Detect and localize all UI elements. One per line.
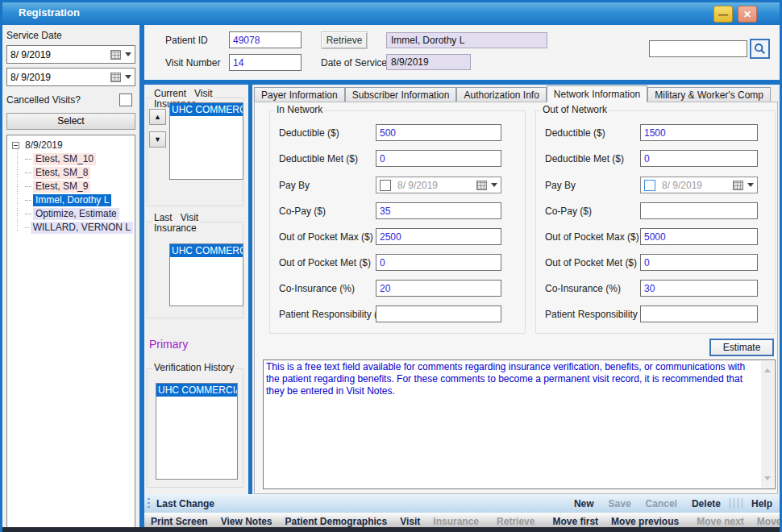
comments-box[interactable]: This is a free text field available for … [263,360,776,489]
visit-number-input[interactable] [229,54,302,71]
tree-item-label[interactable]: WILLARD, VERNON L [31,222,133,234]
in-oop-max-input[interactable] [376,228,501,245]
in-pay-by-checkbox[interactable] [380,180,391,191]
out-deductible-met-label: Deductible Met ($) [545,153,624,164]
comments-scrollbar[interactable] [761,361,774,488]
chevron-down-icon[interactable] [747,183,754,190]
move-last-button: Move last [751,516,782,527]
tree-root-label: 8/9/2019 [23,139,65,152]
out-patient-resp-input[interactable] [640,305,758,322]
patient-demographics-button[interactable]: Patient Demographics [279,516,394,527]
move-first-button[interactable]: Move first [546,516,605,527]
cancel-button: Cancel [638,498,684,509]
search-input[interactable] [649,40,747,57]
search-button[interactable] [750,39,770,59]
select-button[interactable]: Select [6,113,135,130]
cancelled-visits-checkbox[interactable] [119,94,132,106]
view-notes-button[interactable]: View Notes [214,516,279,527]
in-co-pay-input[interactable] [376,202,501,219]
in-oop-met-input[interactable] [376,254,501,271]
tab-strip: Payer Information Subscriber Information… [254,85,780,102]
last-change-label: Last Change [156,498,214,509]
estimate-button[interactable]: Estimate [709,339,774,356]
tree-item-label[interactable]: Optimize, Estimate [33,208,119,220]
calendar-icon [733,181,743,190]
date-of-service-label: Date of Service [321,57,387,69]
in-deductible-met-input[interactable] [376,150,501,167]
patient-id-input[interactable] [229,31,302,48]
tree-item[interactable]: Etest, SM_8 [9,166,133,180]
service-date-from-picker[interactable]: 8/ 9/2019 [6,45,135,64]
tree-item[interactable]: WILLARD, VERNON L [9,221,133,235]
out-pay-by-date: 8/ 9/2019 [662,180,733,191]
verification-history-item[interactable]: UHC COMMERCIAL [156,384,237,397]
grip-handle-icon[interactable] [148,498,150,509]
in-patient-resp-input[interactable] [376,305,501,322]
tab-military-workers-comp[interactable]: Military & Worker's Comp [647,87,771,102]
collapse-icon[interactable] [12,142,19,149]
tree-item-label[interactable]: Immel, Dorothy L [33,194,111,206]
chevron-down-icon[interactable] [125,75,131,82]
delete-button[interactable]: Delete [684,498,728,509]
tree-item[interactable]: Etest, SM_10 [9,152,133,166]
out-of-network-title: Out of Network [541,105,609,115]
service-date-to-value: 8/ 9/2019 [10,72,110,83]
in-pay-by-datepicker[interactable]: 8/ 9/2019 [376,177,501,193]
tree-root-row[interactable]: 8/9/2019 [9,139,133,152]
calendar-icon [476,181,487,190]
retrieve-toolbar-button: Retrieve [490,516,541,527]
visit-number-label: Visit Number [165,57,220,69]
tab-payer-information[interactable]: Payer Information [254,87,345,102]
tree-item-label[interactable]: Etest, SM_10 [33,153,96,165]
move-up-button[interactable]: ▲ [149,109,166,125]
in-co-insurance-input[interactable] [376,280,501,297]
tab-network-information[interactable]: Network Information [547,85,647,102]
in-oop-max-label: Out of Pocket Max ($) [279,231,373,243]
current-insurance-listbox[interactable]: UHC COMMERCIAL [169,102,243,180]
tree-item-selected[interactable]: Immel, Dorothy L [9,193,133,207]
service-date-to-picker[interactable]: 8/ 9/2019 [6,68,135,86]
chevron-down-icon[interactable] [125,52,131,60]
scroll-up-icon[interactable] [764,365,771,372]
move-previous-button[interactable]: Move previous [605,516,685,527]
new-button[interactable]: New [567,498,601,509]
verification-history-listbox[interactable]: UHC COMMERCIAL [156,383,238,480]
visit-button[interactable]: Visit [393,516,426,527]
status-bar: Last Change New Save Cancel Delete Help [144,494,780,513]
out-co-pay-input[interactable] [640,202,758,219]
last-insurance-listbox[interactable]: UHC COMMERCIAL [169,243,243,306]
help-button[interactable]: Help [744,498,780,509]
title-bar[interactable]: Registration — ✕ [2,2,780,25]
retrieve-button[interactable]: Retrieve [321,31,368,49]
out-oop-max-input[interactable] [640,228,758,245]
tree-item[interactable]: Etest, SM_9 [9,180,133,193]
save-button: Save [601,498,638,509]
tree-item-label[interactable]: Etest, SM_9 [33,181,90,193]
out-pay-by-checkbox[interactable] [644,180,655,191]
out-oop-met-input[interactable] [640,254,758,271]
current-insurance-item[interactable]: UHC COMMERCIAL [170,103,243,116]
visit-tree[interactable]: 8/9/2019 Etest, SM_10 Etest, SM_8 Etest,… [6,135,135,532]
minimize-button[interactable]: — [713,6,733,23]
tab-authorization-info[interactable]: Authorization Info [456,87,546,102]
tab-subscriber-information[interactable]: Subscriber Information [345,87,457,102]
search-icon [754,43,766,55]
chevron-down-icon[interactable] [491,183,497,190]
scroll-down-icon[interactable] [764,476,771,484]
last-insurance-item[interactable]: UHC COMMERCIAL [170,244,243,257]
comments-text[interactable]: This is a free text field available for … [266,361,759,487]
out-deductible-input[interactable] [640,124,758,141]
tree-item-label[interactable]: Etest, SM_8 [33,167,90,179]
move-down-button[interactable]: ▼ [149,131,166,148]
print-screen-button[interactable]: Print Screen [144,516,214,527]
out-deductible-met-input[interactable] [640,150,758,167]
in-deductible-met-label: Deductible Met ($) [279,153,358,164]
out-co-insurance-input[interactable] [640,280,758,297]
cancelled-visits-label: Cancelled Visits? [6,94,81,106]
patient-name-display: Immel, Dorothy L [386,32,547,48]
in-deductible-label: Deductible ($) [279,127,339,139]
close-icon[interactable]: ✕ [738,6,757,23]
out-pay-by-datepicker[interactable]: 8/ 9/2019 [640,177,758,193]
in-deductible-input[interactable] [376,124,501,141]
tree-item[interactable]: Optimize, Estimate [9,207,133,221]
